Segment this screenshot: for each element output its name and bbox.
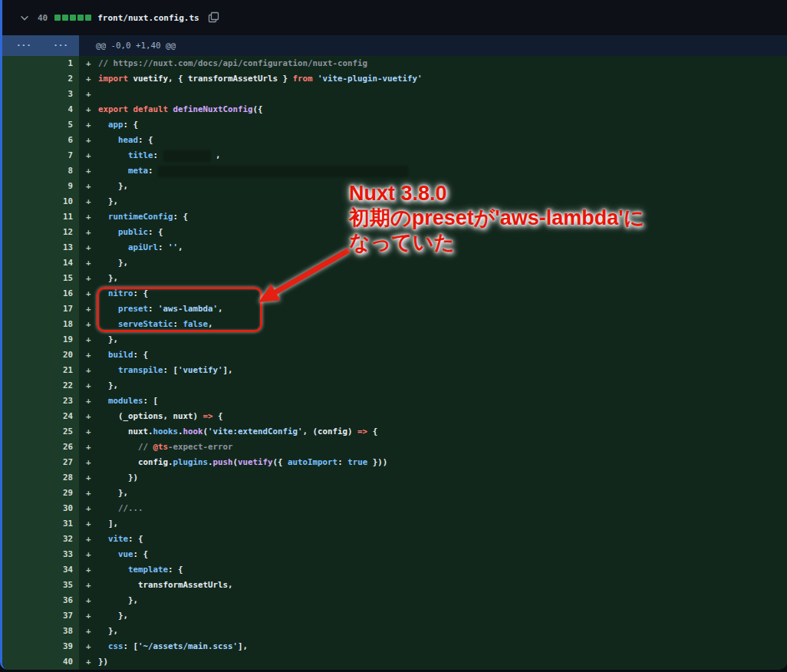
line-number[interactable]: 10: [2, 194, 79, 209]
line-number[interactable]: 22: [2, 378, 79, 394]
line-number[interactable]: 18: [2, 317, 79, 332]
code-token: defineNuxtConfig: [173, 104, 253, 114]
diff-stat-block: [62, 15, 68, 21]
line-number[interactable]: 15: [2, 271, 79, 286]
diff-line: 14+ },: [2, 255, 787, 271]
code-token: :: [148, 166, 158, 176]
diff-line: 31+ ],: [2, 516, 787, 532]
code-line: + (_options, nuxt) => {: [79, 409, 787, 424]
code-line: + title: ,: [79, 148, 787, 163]
line-number[interactable]: 19: [2, 332, 79, 348]
code-token: runtimeConfig: [108, 212, 173, 222]
code-token: [98, 565, 128, 575]
code-line: + build: {: [79, 348, 787, 363]
line-number[interactable]: 25: [2, 424, 79, 440]
code-token: hooks: [153, 427, 179, 436]
code-token: // https://nuxt.com/docs/api/configurati…: [98, 58, 367, 68]
code-line: + },: [79, 378, 787, 394]
line-number[interactable]: 36: [2, 593, 79, 608]
code-token: @ts: [153, 442, 169, 452]
hunk-gutter[interactable]: ··· ···: [2, 35, 79, 56]
code-token: [98, 503, 118, 513]
line-number[interactable]: 11: [2, 209, 79, 225]
chevron-down-icon[interactable]: [19, 12, 30, 23]
addition-sign: +: [86, 348, 98, 363]
line-number[interactable]: 26: [2, 440, 79, 455]
line-number[interactable]: 14: [2, 255, 79, 271]
addition-sign: +: [86, 225, 98, 240]
line-number[interactable]: 17: [2, 301, 79, 317]
diff-line: 7+ title: ,: [2, 148, 787, 163]
line-number[interactable]: 9: [2, 179, 79, 194]
code-token: public: [118, 227, 148, 237]
line-number[interactable]: 31: [2, 516, 79, 532]
code-token: [98, 120, 108, 130]
line-number[interactable]: 3: [2, 87, 79, 102]
diff-line: 24+ (_options, nuxt) => {: [2, 409, 787, 424]
line-number[interactable]: 37: [2, 608, 79, 624]
diff-line: 22+ },: [2, 378, 787, 394]
code-token: },: [98, 595, 138, 605]
line-number[interactable]: 7: [2, 148, 79, 163]
line-number[interactable]: 35: [2, 578, 79, 593]
code-token: transpile: [118, 365, 163, 375]
diff-lines: 1+// https://nuxt.com/docs/api/configura…: [2, 56, 787, 670]
line-number[interactable]: 30: [2, 501, 79, 516]
line-number[interactable]: 38: [2, 624, 79, 639]
code-token: : {: [133, 350, 149, 360]
code-token: }): [98, 657, 108, 667]
line-number[interactable]: 13: [2, 240, 79, 255]
addition-sign: +: [86, 440, 98, 455]
diff-line: 32+ vite: {: [2, 532, 787, 547]
line-number[interactable]: 6: [2, 133, 79, 148]
line-number[interactable]: 12: [2, 225, 79, 240]
line-number[interactable]: 33: [2, 547, 79, 562]
line-number[interactable]: 29: [2, 486, 79, 501]
line-number[interactable]: 32: [2, 532, 79, 547]
line-number[interactable]: 8: [2, 163, 79, 179]
code-line: + vite: {: [79, 532, 787, 547]
code-token: [98, 135, 118, 145]
diff-stat-block: [77, 15, 84, 21]
copy-path-icon[interactable]: [207, 12, 219, 24]
line-number[interactable]: 2: [2, 71, 79, 87]
code-token: },: [98, 334, 118, 344]
line-number[interactable]: 39: [2, 639, 79, 654]
addition-sign: +: [86, 639, 98, 654]
addition-sign: +: [86, 455, 98, 470]
addition-sign: +: [86, 163, 98, 179]
code-token: =>: [357, 427, 367, 436]
diff-line: 1+// https://nuxt.com/docs/api/configura…: [2, 56, 787, 71]
line-number[interactable]: 21: [2, 363, 79, 378]
line-number[interactable]: 5: [2, 117, 79, 133]
code-line: +// https://nuxt.com/docs/api/configurat…: [79, 56, 787, 71]
code-line: + transpile: ['vuetify'],: [79, 363, 787, 378]
addition-sign: +: [86, 409, 98, 424]
addition-sign: +: [86, 424, 98, 440]
code-token: '~/assets/main.scss': [138, 641, 238, 651]
line-number[interactable]: 34: [2, 562, 79, 578]
line-number[interactable]: 4: [2, 102, 79, 117]
code-line: + ],: [79, 516, 787, 532]
code-line: + app: {: [79, 117, 787, 133]
code-token: nuxt.: [98, 427, 153, 436]
code-token: },: [98, 258, 128, 268]
code-token: : {: [128, 534, 143, 544]
diff-line: 37+ },: [2, 608, 787, 624]
line-number[interactable]: 40: [2, 654, 79, 670]
line-number[interactable]: 1: [2, 56, 79, 71]
line-number[interactable]: 23: [2, 394, 79, 409]
annotation-highlight-box: [97, 287, 262, 332]
diff-line: 15+ },: [2, 271, 787, 286]
line-number[interactable]: 20: [2, 348, 79, 363]
diff-line: 19+ },: [2, 332, 787, 348]
line-number[interactable]: 27: [2, 455, 79, 470]
addition-sign: +: [86, 133, 98, 148]
diff-stat-block: [85, 15, 91, 21]
line-number[interactable]: 16: [2, 286, 79, 301]
code-token: : {: [173, 212, 189, 222]
line-number[interactable]: 28: [2, 470, 79, 486]
hunk-header-row: ··· ··· @@ -0,0 +1,40 @@: [2, 35, 787, 56]
line-number[interactable]: 24: [2, 409, 79, 424]
code-token: plugins: [173, 457, 209, 467]
